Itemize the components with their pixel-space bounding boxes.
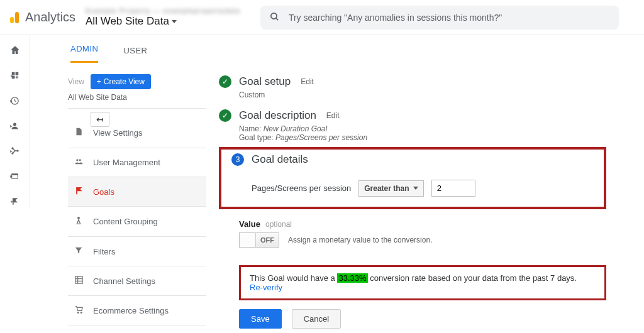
step-title: Goal description — [239, 109, 316, 122]
nav-label: User Management — [93, 158, 160, 167]
channel-settings-icon — [73, 275, 84, 287]
cart-icon — [73, 305, 84, 316]
toggle-label: OFF — [256, 236, 279, 244]
users-icon — [73, 157, 84, 168]
nav-goals[interactable]: Goals — [68, 177, 206, 207]
nav-view-settings[interactable]: View Settings — [68, 117, 206, 148]
nav-label: Ecommerce Settings — [93, 306, 169, 315]
audience-icon[interactable]: ▸ — [8, 119, 23, 132]
cancel-button[interactable]: Cancel — [292, 309, 341, 329]
value-label: Value — [239, 219, 260, 229]
plus-icon: + — [97, 77, 101, 86]
edit-link[interactable]: Edit — [326, 111, 340, 120]
svg-line-1 — [276, 18, 278, 19]
current-view-name: All Web Site Data — [68, 93, 206, 102]
chevron-down-icon — [172, 20, 177, 23]
conversions-icon[interactable]: ▸ — [8, 195, 23, 207]
filter-icon — [73, 246, 84, 257]
step-goal-description[interactable]: ✓ Goal description Edit — [219, 104, 606, 127]
value-optional: optional — [265, 220, 292, 229]
nav-ecommerce-settings[interactable]: Ecommerce Settings — [68, 296, 206, 325]
nav-label: View Settings — [93, 128, 143, 138]
topbar: Analytics Example Property — exampleprop… — [0, 0, 644, 35]
document-icon — [73, 126, 84, 139]
svg-rect-15 — [75, 276, 82, 283]
save-button[interactable]: Save — [239, 309, 282, 329]
create-view-button[interactable]: + Create View — [91, 74, 151, 89]
sidebar: View + Create View All Web Site Data Vie… — [30, 63, 213, 333]
reverify-link[interactable]: Re-verify — [250, 283, 282, 292]
step-number-badge: 3 — [231, 153, 244, 166]
property-selector[interactable]: Example Property — examplepropertydata A… — [86, 7, 240, 28]
nav-label: Content Grouping — [93, 217, 158, 226]
value-toggle[interactable]: OFF — [239, 232, 279, 248]
svg-point-6 — [13, 123, 16, 126]
nav-channel-settings[interactable]: Channel Settings — [68, 266, 206, 296]
nav-calculated-metrics[interactable]: Dd Calculated Metrics BETA — [68, 325, 206, 333]
assign-description: Assign a monetary value to the conversio… — [288, 236, 432, 244]
step-title: Goal setup — [239, 75, 291, 88]
svg-point-12 — [76, 159, 78, 161]
verify-text-prefix: This Goal would have a — [250, 273, 337, 283]
flag-icon — [73, 186, 84, 197]
step-setup-summary: Custom — [239, 90, 606, 99]
home-icon[interactable] — [8, 44, 23, 57]
acquisition-icon[interactable]: ▸ — [8, 145, 23, 157]
field-label: Pages/Screens per session — [252, 183, 351, 193]
tab-user[interactable]: USER — [123, 38, 147, 63]
condition-value: Greater than — [364, 184, 409, 193]
step-description-summary: Name: New Duration Goal Goal type: Pages… — [239, 124, 606, 142]
condition-dropdown[interactable]: Greater than — [358, 180, 423, 197]
property-account: Example Property — examplepropertydata — [86, 7, 240, 15]
view-label: View — [68, 77, 84, 86]
search-placeholder: Try searching "Any anomalies in sessions… — [289, 13, 502, 23]
analytics-logo-icon — [10, 12, 19, 23]
nav-label: Filters — [93, 247, 115, 256]
content-grouping-icon — [73, 216, 84, 227]
content: ↤ View + Create View All Web Site Data V… — [30, 63, 644, 333]
conversion-rate: 33.33% — [337, 273, 367, 283]
svg-rect-3 — [15, 72, 18, 75]
nav-user-management[interactable]: User Management — [68, 148, 206, 177]
goal-form: ✓ Goal setup Edit Custom ✓ Goal descript… — [213, 63, 644, 333]
create-view-label: Create View — [104, 77, 145, 86]
nav-list: View Settings User Management Goals Cont… — [68, 117, 206, 333]
behavior-icon[interactable]: ▸ — [8, 170, 23, 182]
realtime-icon[interactable]: ▸ — [8, 94, 23, 107]
back-button[interactable]: ↤ — [91, 112, 109, 127]
nav-label: Channel Settings — [93, 276, 155, 286]
svg-point-0 — [271, 13, 277, 18]
product-name: Analytics — [25, 10, 75, 25]
svg-rect-4 — [11, 76, 14, 79]
svg-point-13 — [79, 159, 81, 161]
main-column: ADMIN USER ↤ View + Create View All Web … — [30, 35, 644, 333]
svg-point-17 — [80, 312, 82, 314]
verify-highlight: This Goal would have a 33.33% conversion… — [239, 265, 606, 300]
toggle-knob — [240, 233, 256, 247]
tab-bar: ADMIN USER — [30, 35, 644, 63]
property-view: All Web Site Data — [86, 15, 169, 28]
left-icon-rail: ▸ ▸ ▸ ▸ ▸ ▸ — [0, 35, 30, 207]
svg-point-16 — [77, 312, 79, 314]
customization-icon[interactable]: ▸ — [8, 69, 23, 82]
step-goal-setup[interactable]: ✓ Goal setup Edit — [219, 70, 606, 93]
nav-content-grouping[interactable]: Content Grouping — [68, 207, 206, 237]
svg-point-8 — [12, 153, 13, 154]
verify-text-suffix: conversion rate based on your data from … — [368, 273, 577, 283]
logo: Analytics — [10, 10, 75, 25]
pages-value-input[interactable] — [431, 180, 475, 197]
svg-rect-2 — [11, 72, 14, 75]
search-icon — [269, 11, 280, 24]
step-goal-details: 3 Goal details — [231, 153, 594, 171]
chevron-down-icon — [413, 187, 418, 190]
tab-admin[interactable]: ADMIN — [70, 36, 98, 63]
check-icon: ✓ — [219, 75, 231, 88]
svg-point-7 — [12, 148, 13, 149]
nav-filters[interactable]: Filters — [68, 237, 206, 266]
edit-link[interactable]: Edit — [301, 77, 314, 86]
step-title: Goal details — [252, 153, 308, 166]
nav-label: Goals — [93, 187, 114, 197]
check-icon: ✓ — [219, 109, 231, 122]
svg-rect-11 — [12, 173, 18, 175]
search-box[interactable]: Try searching "Any anomalies in sessions… — [260, 6, 619, 30]
